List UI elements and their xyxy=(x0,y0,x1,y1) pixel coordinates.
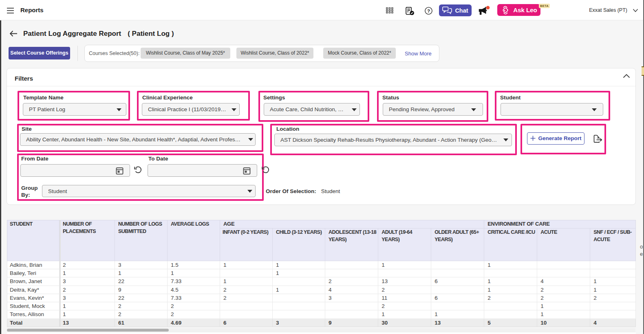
svg-text:?: ? xyxy=(427,9,430,13)
